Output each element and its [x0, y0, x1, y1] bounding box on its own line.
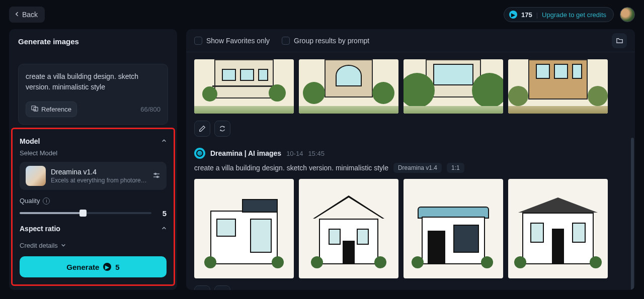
model-thumbnail: [26, 166, 46, 186]
generate-panel: Generate images create a villa building …: [9, 29, 177, 290]
quality-value: 5: [157, 209, 167, 218]
batch-source: Dreamina | AI images: [210, 149, 281, 157]
image-row: [194, 173, 627, 278]
chevron-left-icon: [14, 11, 20, 19]
chevron-up-icon: [162, 225, 167, 232]
scrollbar[interactable]: [631, 62, 634, 290]
info-icon[interactable]: i: [43, 197, 50, 205]
result-image[interactable]: [508, 59, 608, 114]
reference-button[interactable]: Reference: [26, 102, 77, 117]
credit-icon: ▶: [509, 11, 517, 19]
aspect-section-title: Aspect ratio: [20, 225, 60, 233]
model-config-region: Model Select Model Dreamina v1.4 Excels …: [11, 128, 175, 286]
batch-time: 15:45: [308, 150, 325, 157]
model-selector[interactable]: Dreamina v1.4 Excels at everything from …: [20, 162, 167, 190]
tag-ratio[interactable]: 1:1: [447, 163, 464, 173]
divider: |: [536, 11, 538, 19]
filter-favorites[interactable]: Show Favorites only: [194, 37, 270, 45]
avatar[interactable]: [620, 7, 635, 22]
gallery: Dreamina | AI images 10-14 15:45 create …: [186, 52, 635, 290]
generate-cost: 5: [115, 263, 119, 271]
reference-label: Reference: [41, 106, 71, 113]
credits-pill[interactable]: ▶ 175 | Upgrade to get credits: [504, 7, 614, 22]
quality-slider[interactable]: [20, 209, 151, 218]
batch-date: 10-14: [286, 150, 303, 157]
chevron-down-icon: [61, 242, 66, 249]
folder-button[interactable]: [612, 33, 627, 48]
regenerate-button[interactable]: [214, 121, 230, 137]
credits-count: 175: [521, 11, 532, 19]
results-panel: Show Favorites only Group results by pro…: [186, 29, 635, 290]
source-avatar: [194, 148, 205, 159]
regenerate-button[interactable]: [214, 285, 230, 290]
panel-title: Generate images: [9, 29, 177, 53]
result-image[interactable]: [404, 59, 503, 114]
model-section-header[interactable]: Model: [20, 137, 167, 145]
generate-button[interactable]: Generate ▶ 5: [20, 256, 167, 277]
credit-details-toggle[interactable]: Credit details: [20, 242, 167, 249]
checkbox[interactable]: [194, 37, 202, 45]
tag-model[interactable]: Dreamina v1.4: [393, 163, 442, 173]
slider-thumb[interactable]: [79, 210, 87, 217]
chevron-up-icon: [162, 138, 167, 145]
model-section-title: Model: [20, 137, 40, 145]
filter-group[interactable]: Group results by prompt: [282, 37, 369, 45]
result-image[interactable]: [299, 59, 398, 114]
image-row: [194, 52, 627, 114]
row-toolbar: [194, 285, 627, 290]
filter-favorites-label: Show Favorites only: [206, 37, 270, 45]
model-settings-icon[interactable]: [152, 171, 160, 181]
svg-point-3: [157, 176, 158, 177]
upgrade-link[interactable]: Upgrade to get credits: [542, 11, 606, 19]
quality-label-row: Quality i: [20, 197, 167, 205]
credit-details-label: Credit details: [20, 242, 58, 249]
edit-button[interactable]: [194, 121, 210, 137]
credit-icon: ▶: [103, 263, 111, 271]
result-image[interactable]: [299, 179, 398, 278]
generate-label: Generate: [66, 263, 99, 271]
aspect-section-header[interactable]: Aspect ratio: [20, 225, 167, 233]
checkbox[interactable]: [282, 37, 290, 45]
back-button[interactable]: Back: [9, 7, 45, 23]
scrollbar-thumb[interactable]: [631, 138, 634, 290]
prompt-card: create a villa building design. sketch v…: [18, 64, 168, 125]
batch-prompt-text: create a villa building design. sketch v…: [194, 164, 388, 172]
row-toolbar: [194, 121, 627, 137]
model-description: Excels at everything from photoreali…: [51, 177, 147, 184]
svg-point-2: [155, 173, 156, 174]
edit-button[interactable]: [194, 285, 210, 290]
app-header: Back ▶ 175 | Upgrade to get credits: [0, 0, 644, 29]
batch-header: Dreamina | AI images 10-14 15:45: [194, 148, 627, 159]
back-label: Back: [22, 11, 38, 19]
reference-icon: [31, 105, 38, 114]
result-image[interactable]: [508, 179, 608, 278]
result-image[interactable]: [194, 179, 294, 278]
batch-meta: create a villa building design. sketch v…: [194, 163, 627, 173]
result-image[interactable]: [194, 59, 294, 114]
prompt-input[interactable]: create a villa building design. sketch v…: [26, 71, 160, 92]
select-model-label: Select Model: [20, 149, 167, 157]
quality-label: Quality: [20, 197, 40, 205]
results-header: Show Favorites only Group results by pro…: [186, 29, 635, 52]
model-name: Dreamina v1.4: [51, 168, 147, 176]
result-image[interactable]: [404, 179, 503, 278]
char-count: 66/800: [140, 106, 160, 113]
filter-group-label: Group results by prompt: [294, 37, 369, 45]
